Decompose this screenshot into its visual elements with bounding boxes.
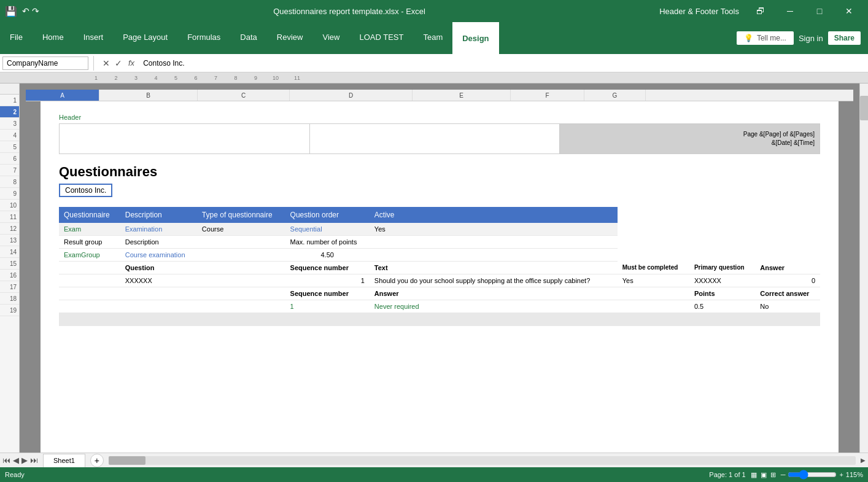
zoom-in-icon[interactable]: + (839, 471, 843, 478)
h-scrollbar-thumb[interactable] (109, 456, 145, 465)
formula-icons: ✕ ✓ (99, 58, 126, 68)
header-right-box[interactable]: Page &[Page] of &[Pages]&[Date] &[Time] (560, 124, 820, 154)
table-row (59, 313, 820, 326)
scroll-right-arrow[interactable]: ▶ (861, 457, 866, 464)
minimize-button[interactable]: ─ (776, 0, 804, 22)
table-row: ExamGroup Course examination 4.50 (59, 249, 820, 262)
header-left-box[interactable] (60, 124, 310, 154)
th-question-order: Question order (285, 207, 370, 223)
cell-empty11 (197, 287, 285, 300)
table-row: XXXXXX 1 Should you do your school suppl… (59, 274, 820, 287)
hf-tools-label: Header & Footer Tools (659, 7, 739, 16)
confirm-formula-icon[interactable]: ✓ (115, 58, 122, 68)
cancel-formula-icon[interactable]: ✕ (103, 58, 110, 68)
cell-seq-1: 1 (285, 274, 370, 287)
tab-formulas[interactable]: Formulas (177, 22, 230, 54)
tab-home[interactable]: Home (33, 22, 74, 54)
cell-empty3 (197, 249, 285, 262)
tab-design[interactable]: Design (452, 22, 498, 54)
tab-file[interactable]: File (0, 22, 33, 54)
header-center-box[interactable] (310, 124, 560, 154)
col-header-c[interactable]: C (198, 90, 290, 101)
cell-empty2 (370, 236, 618, 249)
scrollbar-thumb[interactable] (860, 96, 868, 120)
tab-team[interactable]: Team (413, 22, 452, 54)
cell-0-5: 0.5 (689, 300, 755, 313)
sheet-nav-prev[interactable]: ◀ (13, 456, 19, 465)
cell-gray2 (120, 313, 197, 326)
row-num-19: 19 (0, 305, 19, 316)
col-header-b[interactable]: B (99, 90, 198, 101)
col-header-e[interactable]: E (413, 90, 511, 101)
formula-input[interactable]: Contoso Inc. (141, 59, 866, 68)
sheet-nav-first[interactable]: ⏮ (2, 456, 10, 465)
maximize-button[interactable]: □ (805, 0, 834, 22)
column-headers: A B C D E F G (26, 90, 853, 101)
row-num-7: 7 (0, 165, 19, 176)
ribbon: File Home Insert Page Layout Formulas Da… (0, 22, 868, 54)
title-bar: 💾 ↶ ↷ Questionnaires report template.xls… (0, 0, 868, 22)
zoom-out-icon[interactable]: ─ (781, 471, 786, 478)
ruler: 1 2 3 4 5 6 7 8 9 10 11 (0, 72, 868, 84)
tell-me-box[interactable]: 💡 Tell me... (737, 31, 794, 45)
cell-no: No (755, 300, 820, 313)
cell-gray1 (59, 313, 120, 326)
close-button[interactable]: ✕ (835, 0, 863, 22)
sheet-nav-last[interactable]: ⏭ (30, 456, 38, 465)
horizontal-scrollbar[interactable] (109, 456, 856, 465)
cell-answer-hdr: Answer (755, 262, 820, 274)
cell-correct-hdr: Correct answer (755, 287, 820, 300)
status-right: Page: 1 of 1 ▦ ▣ ⊞ ─ + 115% (709, 470, 863, 480)
row-numbers-column: 1 2 3 4 5 6 7 8 9 10 11 12 13 14 15 16 1… (0, 84, 20, 453)
spreadsheet-page[interactable]: A B C D E F G Header Page &[Page] of &[P… (20, 84, 859, 453)
col-header-a[interactable]: A (26, 90, 99, 101)
row-num-15: 15 (0, 258, 19, 270)
table-row: Exam Examination Course Sequential Yes (59, 223, 820, 236)
name-box[interactable] (2, 56, 88, 70)
restore-button[interactable]: 🗗 (746, 0, 775, 22)
row-num-1: 1 (0, 95, 19, 106)
page-break-view-icon[interactable]: ⊞ (770, 471, 776, 479)
cell-primary-hdr: Primary question (689, 262, 755, 274)
tab-insert[interactable]: Insert (74, 22, 114, 54)
tab-load-test[interactable]: LOAD TEST (349, 22, 413, 54)
th-questionnaire: Questionnaire (59, 207, 120, 223)
row-num-17: 17 (0, 281, 19, 293)
ruler-marks: 1 2 3 4 5 6 7 8 9 10 11 (82, 75, 300, 81)
row-num-16: 16 (0, 270, 19, 281)
table-row: Sequence number Answer Points Correct an… (59, 287, 820, 300)
add-sheet-button[interactable]: + (90, 454, 104, 467)
sign-in-button[interactable]: Sign in (799, 34, 823, 43)
company-name-cell[interactable]: Contoso Inc. (59, 184, 112, 197)
title-bar-right: Header & Footer Tools 🗗 ─ □ ✕ (659, 0, 863, 22)
tell-me-text: Tell me... (757, 34, 786, 42)
col-header-d[interactable]: D (290, 90, 413, 101)
undo-button[interactable]: ↶ (22, 6, 29, 16)
tab-review[interactable]: Review (267, 22, 313, 54)
sheet-nav-next[interactable]: ▶ (21, 456, 28, 465)
col-header-g[interactable]: G (584, 90, 646, 101)
cell-points-hdr: Points (689, 287, 755, 300)
vertical-scrollbar[interactable] (859, 84, 868, 453)
cell-examgroup: ExamGroup (59, 249, 120, 262)
zoom-slider[interactable] (788, 470, 837, 480)
header-label: Header (59, 114, 820, 121)
tab-page-layout[interactable]: Page Layout (113, 22, 177, 54)
tab-data[interactable]: Data (230, 22, 266, 54)
redo-button[interactable]: ↷ (32, 6, 39, 16)
tab-view[interactable]: View (312, 22, 349, 54)
normal-view-icon[interactable]: ▦ (751, 471, 757, 479)
status-left: Ready (5, 471, 25, 478)
cell-question-text: Should you do your school supply shoppin… (370, 274, 618, 287)
save-icon[interactable]: 💾 (5, 6, 17, 17)
table-row: 1 Never required 0.5 No (59, 300, 820, 313)
corner-cell (0, 84, 19, 95)
cell-xxxxxx2: XXXXXX (689, 274, 755, 287)
sheet-tab-1[interactable]: Sheet1 (43, 454, 85, 467)
share-button[interactable]: Share (828, 31, 861, 45)
zoom-controls: ─ + 115% (781, 470, 863, 480)
page-layout-view-icon[interactable]: ▣ (761, 471, 767, 479)
col-header-f[interactable]: F (511, 90, 584, 101)
page-content: Header Page &[Page] of &[Pages]&[Date] &… (41, 101, 839, 453)
formula-separator (93, 56, 94, 71)
